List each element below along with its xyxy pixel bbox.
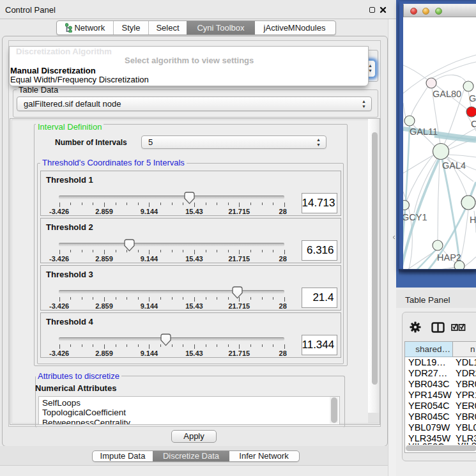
svg-text:GCY1: GCY1: [403, 212, 427, 222]
svg-text:GAL4: GAL4: [442, 160, 466, 171]
svg-text:G.: G.: [469, 93, 476, 104]
svg-text:C: C: [471, 119, 476, 129]
svg-text:GAL80: GAL80: [433, 89, 461, 99]
svg-text:H: H: [470, 215, 476, 225]
svg-text:GAL11: GAL11: [410, 127, 438, 137]
svg-text:HAP2: HAP2: [437, 252, 461, 263]
